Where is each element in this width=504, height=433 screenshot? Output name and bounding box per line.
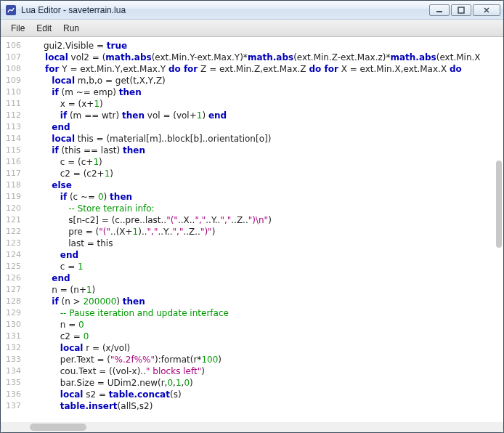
code-content[interactable]: s[n-c2] = (c..pre..last.."("..X..","..Y.… [27,214,503,226]
code-viewport[interactable]: 106 gui2.Visible = true107 local vol2 = … [1,37,503,432]
code-line[interactable]: 134 cou.Text = ((vol-x).." blocks left") [1,365,503,377]
titlebar[interactable]: Lua Editor - saveterrain.lua [1,1,503,20]
code-line[interactable]: 128 if (n > 200000) then [1,296,503,307]
code-content[interactable]: if (m ~= emp) then [27,86,503,98]
code-content[interactable]: c2 = (c2+1) [27,168,503,179]
code-content[interactable]: end [27,272,503,284]
code-line[interactable]: 108 for Y = ext.Min.Y,ext.Max.Y do for Z… [1,63,503,75]
code-content[interactable]: if (m == wtr) then vol = (vol+1) end [27,110,503,121]
editor-area: 106 gui2.Visible = true107 local vol2 = … [1,37,503,432]
line-number: 130 [1,319,27,331]
code-content[interactable]: local s2 = table.concat(s) [27,389,503,400]
svg-rect-2 [458,7,464,13]
code-line[interactable]: 113 end [1,121,503,133]
line-number: 132 [1,342,27,354]
code-line[interactable]: 115 if (this == last) then [1,145,503,156]
horizontal-scrollbar-track[interactable] [1,422,503,432]
close-button[interactable] [473,4,500,16]
code-line[interactable]: 123 last = this [1,238,503,249]
code-content[interactable]: bar.Size = UDim2.new(r,0,1,0) [27,377,503,389]
code-content[interactable]: local this = (material[m]..block[b]..ori… [27,133,503,145]
code-content[interactable]: -- Pause iteration and update interface [27,307,503,319]
code-line[interactable]: 130 n = 0 [1,319,503,331]
code-content[interactable]: pre = ("("..(X+1)..","..Y..","..Z..")") [27,226,503,238]
maximize-button[interactable] [451,4,471,16]
menu-run[interactable]: Run [57,22,85,35]
code-content[interactable]: if (c ~= 0) then [27,191,503,203]
line-number: 116 [1,156,27,168]
horizontal-scrollbar-thumb[interactable] [30,424,86,431]
code-line[interactable]: 119 if (c ~= 0) then [1,191,503,203]
code-content[interactable]: local m,b,o = get(t,X,Y,Z) [27,75,503,86]
minimize-button[interactable] [429,4,450,16]
line-number: 126 [1,272,27,284]
line-number: 114 [1,133,27,145]
line-number: 127 [1,284,27,296]
code-content[interactable]: for Y = ext.Min.Y,ext.Max.Y do for Z = e… [27,63,503,75]
code-line[interactable]: 122 pre = ("("..(X+1)..","..Y..","..Z.."… [1,226,503,238]
code-content[interactable]: c = (c+1) [27,156,503,168]
code-line[interactable]: 127 n = (n+1) [1,284,503,296]
code-content[interactable]: -- Store terrain info: [27,203,503,214]
code-content[interactable]: table.insert(allS,s2) [27,400,503,412]
line-number: 109 [1,75,27,86]
code-line[interactable]: 132 local r = (x/vol) [1,342,503,354]
code-line[interactable]: 120 -- Store terrain info: [1,203,503,214]
code-content[interactable]: end [27,249,503,261]
code-line[interactable]: 118 else [1,179,503,191]
code-content[interactable]: n = 0 [27,319,503,331]
svg-rect-1 [436,11,442,12]
window-title: Lua Editor - saveterrain.lua [21,5,429,15]
code-content[interactable]: x = (x+1) [27,98,503,110]
line-number: 125 [1,261,27,272]
code-line[interactable]: 117 c2 = (c2+1) [1,168,503,179]
line-number: 131 [1,331,27,342]
code-content[interactable]: per.Text = ("%.2f%%"):format(r*100) [27,354,503,365]
app-window: Lua Editor - saveterrain.lua File Edit R… [0,0,504,433]
code-content[interactable]: gui2.Visible = true [27,40,503,52]
code-line[interactable]: 111 x = (x+1) [1,98,503,110]
code-content[interactable]: end [27,121,503,133]
code-content[interactable]: c2 = 0 [27,331,503,342]
line-number: 117 [1,168,27,179]
code-line[interactable]: 129 -- Pause iteration and update interf… [1,307,503,319]
code-line[interactable]: 137 table.insert(allS,s2) [1,400,503,412]
code-content[interactable]: last = this [27,238,503,249]
code-content[interactable]: local vol2 = (math.abs(ext.Min.Y-ext.Max… [27,52,503,63]
code-content[interactable]: c = 1 [27,261,503,272]
code-content[interactable]: if (this == last) then [27,145,503,156]
code-line[interactable]: 121 s[n-c2] = (c..pre..last.."("..X..","… [1,214,503,226]
code-line[interactable]: 114 local this = (material[m]..block[b].… [1,133,503,145]
code-line[interactable]: 131 c2 = 0 [1,331,503,342]
code-content[interactable]: if (n > 200000) then [27,296,503,307]
line-number: 129 [1,307,27,319]
code-line[interactable]: 125 c = 1 [1,261,503,272]
code-line[interactable]: 110 if (m ~= emp) then [1,86,503,98]
code-content[interactable]: local r = (x/vol) [27,342,503,354]
code-line[interactable]: 116 c = (c+1) [1,156,503,168]
line-number: 135 [1,377,27,389]
menu-file[interactable]: File [5,22,31,35]
code-content[interactable]: else [27,179,503,191]
menu-edit[interactable]: Edit [31,22,57,35]
code-line[interactable]: 126 end [1,272,503,284]
line-number: 118 [1,179,27,191]
code-line[interactable]: 109 local m,b,o = get(t,X,Y,Z) [1,75,503,86]
code-line[interactable]: 135 bar.Size = UDim2.new(r,0,1,0) [1,377,503,389]
code-line[interactable]: 124 end [1,249,503,261]
code-line[interactable]: 112 if (m == wtr) then vol = (vol+1) end [1,110,503,121]
line-number: 106 [1,40,27,52]
line-number: 123 [1,238,27,249]
code-content[interactable]: n = (n+1) [27,284,503,296]
line-number: 113 [1,121,27,133]
line-number: 122 [1,226,27,238]
code-line[interactable]: 106 gui2.Visible = true [1,40,503,52]
line-number: 107 [1,52,27,63]
code-line[interactable]: 133 per.Text = ("%.2f%%"):format(r*100) [1,354,503,365]
code-line[interactable]: 107 local vol2 = (math.abs(ext.Min.Y-ext… [1,52,503,63]
vertical-scrollbar-thumb[interactable] [496,161,502,248]
code-lines[interactable]: 106 gui2.Visible = true107 local vol2 = … [1,37,503,412]
code-line[interactable]: 136 local s2 = table.concat(s) [1,389,503,400]
app-icon [5,4,17,16]
code-content[interactable]: cou.Text = ((vol-x).." blocks left") [27,365,503,377]
